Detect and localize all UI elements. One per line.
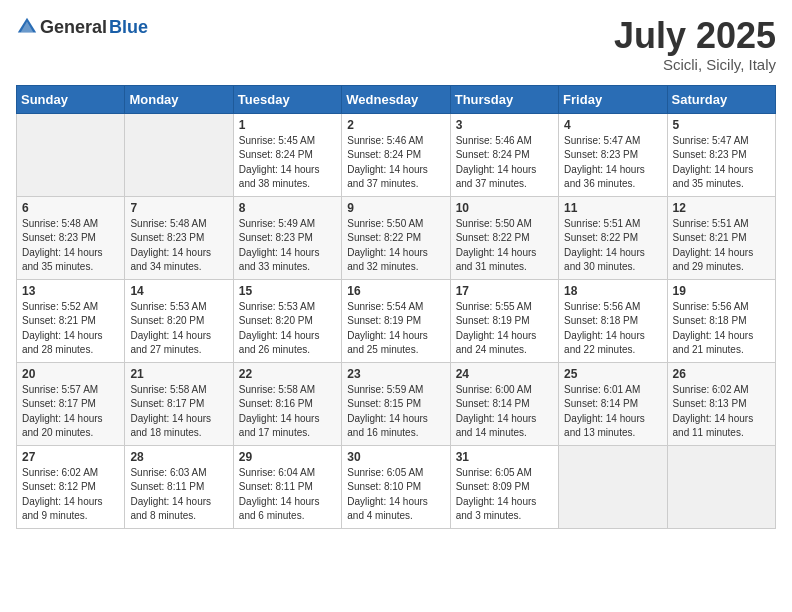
day-number: 28: [130, 450, 227, 464]
calendar-cell: 1Sunrise: 5:45 AM Sunset: 8:24 PM Daylig…: [233, 113, 341, 196]
calendar-cell: 19Sunrise: 5:56 AM Sunset: 8:18 PM Dayli…: [667, 279, 775, 362]
calendar-week-row: 6Sunrise: 5:48 AM Sunset: 8:23 PM Daylig…: [17, 196, 776, 279]
calendar-cell: 13Sunrise: 5:52 AM Sunset: 8:21 PM Dayli…: [17, 279, 125, 362]
calendar-cell: 21Sunrise: 5:58 AM Sunset: 8:17 PM Dayli…: [125, 362, 233, 445]
day-info: Sunrise: 5:51 AM Sunset: 8:22 PM Dayligh…: [564, 217, 661, 275]
weekday-header: Saturday: [667, 85, 775, 113]
title-block: July 2025 Scicli, Sicily, Italy: [614, 16, 776, 73]
day-number: 2: [347, 118, 444, 132]
day-number: 29: [239, 450, 336, 464]
day-number: 13: [22, 284, 119, 298]
weekday-header: Sunday: [17, 85, 125, 113]
day-number: 10: [456, 201, 553, 215]
day-info: Sunrise: 6:05 AM Sunset: 8:09 PM Dayligh…: [456, 466, 553, 524]
calendar-cell: [667, 445, 775, 528]
location-title: Scicli, Sicily, Italy: [614, 56, 776, 73]
day-number: 15: [239, 284, 336, 298]
day-number: 12: [673, 201, 770, 215]
calendar-cell: [559, 445, 667, 528]
day-info: Sunrise: 5:50 AM Sunset: 8:22 PM Dayligh…: [456, 217, 553, 275]
calendar-cell: 31Sunrise: 6:05 AM Sunset: 8:09 PM Dayli…: [450, 445, 558, 528]
calendar-header-row: SundayMondayTuesdayWednesdayThursdayFrid…: [17, 85, 776, 113]
day-info: Sunrise: 5:55 AM Sunset: 8:19 PM Dayligh…: [456, 300, 553, 358]
weekday-header: Wednesday: [342, 85, 450, 113]
day-info: Sunrise: 6:02 AM Sunset: 8:13 PM Dayligh…: [673, 383, 770, 441]
calendar-cell: 25Sunrise: 6:01 AM Sunset: 8:14 PM Dayli…: [559, 362, 667, 445]
day-info: Sunrise: 5:56 AM Sunset: 8:18 PM Dayligh…: [673, 300, 770, 358]
weekday-header: Tuesday: [233, 85, 341, 113]
calendar-cell: 22Sunrise: 5:58 AM Sunset: 8:16 PM Dayli…: [233, 362, 341, 445]
day-info: Sunrise: 5:58 AM Sunset: 8:17 PM Dayligh…: [130, 383, 227, 441]
weekday-header: Friday: [559, 85, 667, 113]
day-info: Sunrise: 6:02 AM Sunset: 8:12 PM Dayligh…: [22, 466, 119, 524]
calendar-cell: 6Sunrise: 5:48 AM Sunset: 8:23 PM Daylig…: [17, 196, 125, 279]
calendar-table: SundayMondayTuesdayWednesdayThursdayFrid…: [16, 85, 776, 529]
calendar-cell: 24Sunrise: 6:00 AM Sunset: 8:14 PM Dayli…: [450, 362, 558, 445]
calendar-cell: 30Sunrise: 6:05 AM Sunset: 8:10 PM Dayli…: [342, 445, 450, 528]
calendar-cell: 20Sunrise: 5:57 AM Sunset: 8:17 PM Dayli…: [17, 362, 125, 445]
day-number: 20: [22, 367, 119, 381]
calendar-cell: 17Sunrise: 5:55 AM Sunset: 8:19 PM Dayli…: [450, 279, 558, 362]
day-info: Sunrise: 5:54 AM Sunset: 8:19 PM Dayligh…: [347, 300, 444, 358]
calendar-week-row: 27Sunrise: 6:02 AM Sunset: 8:12 PM Dayli…: [17, 445, 776, 528]
day-info: Sunrise: 6:03 AM Sunset: 8:11 PM Dayligh…: [130, 466, 227, 524]
logo-icon: [16, 16, 38, 38]
logo-blue-text: Blue: [109, 17, 148, 38]
calendar-cell: 2Sunrise: 5:46 AM Sunset: 8:24 PM Daylig…: [342, 113, 450, 196]
logo-general-text: General: [40, 17, 107, 38]
day-number: 19: [673, 284, 770, 298]
day-info: Sunrise: 5:46 AM Sunset: 8:24 PM Dayligh…: [456, 134, 553, 192]
day-info: Sunrise: 5:47 AM Sunset: 8:23 PM Dayligh…: [564, 134, 661, 192]
day-number: 27: [22, 450, 119, 464]
day-info: Sunrise: 5:46 AM Sunset: 8:24 PM Dayligh…: [347, 134, 444, 192]
calendar-cell: 16Sunrise: 5:54 AM Sunset: 8:19 PM Dayli…: [342, 279, 450, 362]
calendar-week-row: 20Sunrise: 5:57 AM Sunset: 8:17 PM Dayli…: [17, 362, 776, 445]
day-info: Sunrise: 5:52 AM Sunset: 8:21 PM Dayligh…: [22, 300, 119, 358]
day-number: 22: [239, 367, 336, 381]
day-info: Sunrise: 5:51 AM Sunset: 8:21 PM Dayligh…: [673, 217, 770, 275]
month-title: July 2025: [614, 16, 776, 56]
day-number: 16: [347, 284, 444, 298]
day-info: Sunrise: 5:47 AM Sunset: 8:23 PM Dayligh…: [673, 134, 770, 192]
calendar-cell: 23Sunrise: 5:59 AM Sunset: 8:15 PM Dayli…: [342, 362, 450, 445]
day-number: 11: [564, 201, 661, 215]
day-number: 9: [347, 201, 444, 215]
day-number: 26: [673, 367, 770, 381]
calendar-cell: 11Sunrise: 5:51 AM Sunset: 8:22 PM Dayli…: [559, 196, 667, 279]
day-number: 25: [564, 367, 661, 381]
day-number: 31: [456, 450, 553, 464]
day-info: Sunrise: 5:48 AM Sunset: 8:23 PM Dayligh…: [130, 217, 227, 275]
calendar-cell: 3Sunrise: 5:46 AM Sunset: 8:24 PM Daylig…: [450, 113, 558, 196]
day-info: Sunrise: 5:58 AM Sunset: 8:16 PM Dayligh…: [239, 383, 336, 441]
day-number: 3: [456, 118, 553, 132]
day-info: Sunrise: 6:00 AM Sunset: 8:14 PM Dayligh…: [456, 383, 553, 441]
calendar-cell: 15Sunrise: 5:53 AM Sunset: 8:20 PM Dayli…: [233, 279, 341, 362]
day-number: 6: [22, 201, 119, 215]
page-header: GeneralBlue July 2025 Scicli, Sicily, It…: [16, 16, 776, 73]
calendar-week-row: 13Sunrise: 5:52 AM Sunset: 8:21 PM Dayli…: [17, 279, 776, 362]
day-info: Sunrise: 6:01 AM Sunset: 8:14 PM Dayligh…: [564, 383, 661, 441]
day-number: 24: [456, 367, 553, 381]
calendar-cell: 28Sunrise: 6:03 AM Sunset: 8:11 PM Dayli…: [125, 445, 233, 528]
day-number: 30: [347, 450, 444, 464]
calendar-cell: 12Sunrise: 5:51 AM Sunset: 8:21 PM Dayli…: [667, 196, 775, 279]
calendar-cell: [17, 113, 125, 196]
calendar-cell: 9Sunrise: 5:50 AM Sunset: 8:22 PM Daylig…: [342, 196, 450, 279]
day-info: Sunrise: 5:57 AM Sunset: 8:17 PM Dayligh…: [22, 383, 119, 441]
day-number: 17: [456, 284, 553, 298]
calendar-cell: 8Sunrise: 5:49 AM Sunset: 8:23 PM Daylig…: [233, 196, 341, 279]
day-info: Sunrise: 5:53 AM Sunset: 8:20 PM Dayligh…: [239, 300, 336, 358]
day-number: 4: [564, 118, 661, 132]
calendar-cell: 26Sunrise: 6:02 AM Sunset: 8:13 PM Dayli…: [667, 362, 775, 445]
day-info: Sunrise: 5:53 AM Sunset: 8:20 PM Dayligh…: [130, 300, 227, 358]
calendar-cell: 14Sunrise: 5:53 AM Sunset: 8:20 PM Dayli…: [125, 279, 233, 362]
calendar-week-row: 1Sunrise: 5:45 AM Sunset: 8:24 PM Daylig…: [17, 113, 776, 196]
calendar-cell: 5Sunrise: 5:47 AM Sunset: 8:23 PM Daylig…: [667, 113, 775, 196]
calendar-cell: 4Sunrise: 5:47 AM Sunset: 8:23 PM Daylig…: [559, 113, 667, 196]
day-info: Sunrise: 5:50 AM Sunset: 8:22 PM Dayligh…: [347, 217, 444, 275]
weekday-header: Monday: [125, 85, 233, 113]
day-number: 8: [239, 201, 336, 215]
day-info: Sunrise: 5:56 AM Sunset: 8:18 PM Dayligh…: [564, 300, 661, 358]
calendar-cell: 10Sunrise: 5:50 AM Sunset: 8:22 PM Dayli…: [450, 196, 558, 279]
day-info: Sunrise: 6:04 AM Sunset: 8:11 PM Dayligh…: [239, 466, 336, 524]
